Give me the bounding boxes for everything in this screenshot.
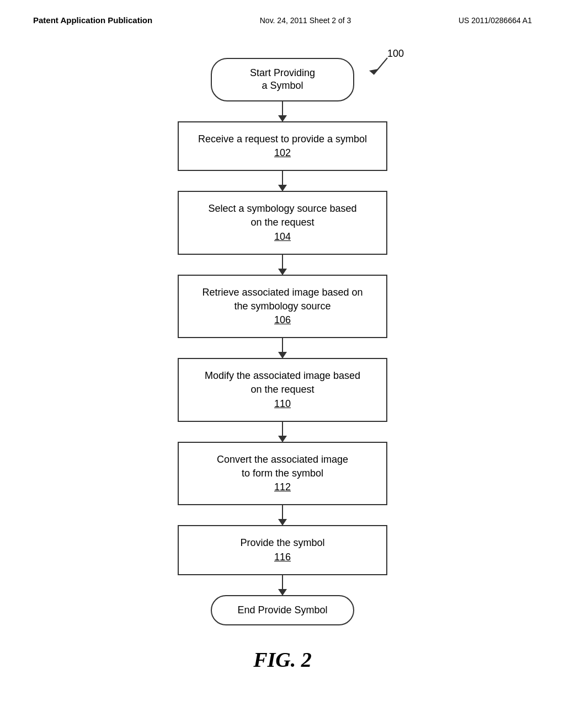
step-112-number: 112 — [274, 481, 291, 493]
step-110-box: Modify the associated image basedon the … — [178, 358, 387, 422]
date-sheet-label: Nov. 24, 2011 Sheet 2 of 3 — [260, 16, 351, 25]
step-112-node: Convert the associated imageto form the … — [178, 442, 387, 506]
svg-marker-1 — [369, 69, 378, 74]
step-116-node: Provide the symbol 116 — [178, 525, 387, 575]
step-116-number: 116 — [274, 552, 291, 563]
start-line1: Start Providing — [250, 67, 315, 78]
page-header: Patent Application Publication Nov. 24, … — [0, 0, 565, 25]
step-106-number: 106 — [274, 314, 291, 325]
ref-arrow — [363, 55, 396, 83]
svg-line-0 — [374, 58, 387, 74]
arrow-2 — [282, 171, 283, 191]
arrow-3 — [282, 255, 283, 275]
step-110-text: Modify the associated image basedon the … — [205, 370, 360, 395]
publication-label: Patent Application Publication — [33, 15, 152, 25]
step-104-box: Select a symbology source basedon the re… — [178, 191, 387, 255]
figure-label: FIG. 2 — [253, 647, 312, 672]
end-box: End Provide Symbol — [211, 595, 354, 625]
arrow-1 — [282, 101, 283, 121]
start-node: Start Providing a Symbol 100 — [211, 58, 354, 101]
step-116-box: Provide the symbol 116 — [178, 525, 387, 575]
step-112-text: Convert the associated imageto form the … — [217, 454, 348, 479]
start-box: Start Providing a Symbol — [211, 58, 354, 101]
arrow-5 — [282, 422, 283, 442]
step-110-number: 110 — [274, 398, 291, 409]
step-102-box: Receive a request to provide a symbol 10… — [178, 121, 387, 171]
flowchart-diagram: Start Providing a Symbol 100 Receive a r… — [0, 25, 565, 672]
step-102-number: 102 — [274, 147, 291, 158]
step-110-node: Modify the associated image basedon the … — [178, 358, 387, 422]
end-text: End Provide Symbol — [237, 604, 327, 615]
step-104-number: 104 — [274, 231, 291, 242]
arrow-6 — [282, 505, 283, 525]
step-104-text: Select a symbology source basedon the re… — [208, 203, 356, 228]
step-106-box: Retrieve associated image based onthe sy… — [178, 275, 387, 339]
step-106-node: Retrieve associated image based onthe sy… — [178, 275, 387, 339]
arrow-7 — [282, 575, 283, 595]
step-106-text: Retrieve associated image based onthe sy… — [202, 287, 363, 312]
start-line2: a Symbol — [262, 80, 303, 91]
step-102-node: Receive a request to provide a symbol 10… — [178, 121, 387, 171]
patent-number-label: US 2011/0286664 A1 — [459, 16, 532, 25]
step-102-text: Receive a request to provide a symbol — [198, 133, 367, 144]
arrow-4 — [282, 338, 283, 358]
step-104-node: Select a symbology source basedon the re… — [178, 191, 387, 255]
end-node: End Provide Symbol — [211, 595, 354, 625]
step-112-box: Convert the associated imageto form the … — [178, 442, 387, 506]
step-116-text: Provide the symbol — [240, 537, 324, 548]
